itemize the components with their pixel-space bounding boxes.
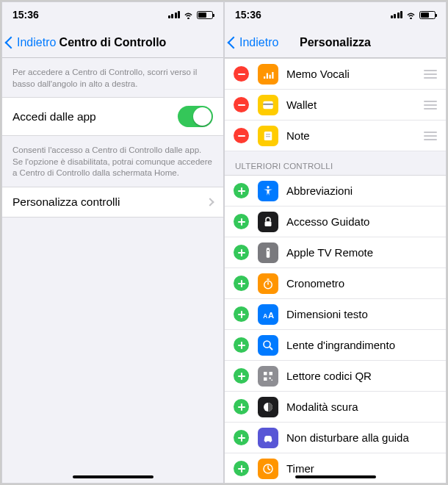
reorder-grip[interactable] <box>422 101 438 109</box>
included-controls-list: Memo VocaliWalletNote <box>225 58 446 151</box>
qr-icon <box>258 366 278 387</box>
control-item: Timer <box>225 453 446 483</box>
control-label: Note <box>286 129 422 142</box>
control-item: Accesso Guidato <box>225 206 446 237</box>
home-indicator[interactable] <box>73 475 153 478</box>
control-label: Dimensioni testo <box>286 308 438 320</box>
battery-icon <box>197 11 213 19</box>
svg-point-12 <box>267 250 269 251</box>
svg-rect-5 <box>263 103 273 104</box>
magnifier-icon <box>258 335 278 356</box>
svg-rect-20 <box>264 372 267 376</box>
control-label: Abbreviazioni <box>286 184 438 197</box>
back-label: Indietro <box>239 36 278 49</box>
phone-personalize: 15:36 Indietro Personalizza Memo VocaliW… <box>224 1 447 484</box>
status-bar: 15:36 <box>2 2 223 27</box>
control-item: Note <box>225 121 446 151</box>
control-label: Lente d'ingrandimento <box>286 339 438 351</box>
add-button[interactable] <box>234 399 249 414</box>
access-from-apps-row[interactable]: Accedi dalle app <box>2 97 223 136</box>
voice-icon <box>258 64 278 85</box>
control-item: Wallet <box>225 90 446 121</box>
svg-rect-3 <box>272 72 273 79</box>
control-item: AADimensioni testo <box>225 299 446 330</box>
control-label: Wallet <box>286 98 422 111</box>
add-button[interactable] <box>234 461 249 476</box>
control-item: Abbreviazioni <box>225 176 446 206</box>
svg-rect-22 <box>264 377 267 381</box>
customize-label: Personalizza controlli <box>12 195 120 209</box>
add-button[interactable] <box>234 245 249 260</box>
add-button[interactable] <box>234 368 249 384</box>
status-bar: 15:36 <box>225 2 446 27</box>
back-label: Indietro <box>17 36 56 49</box>
svg-rect-0 <box>264 76 265 79</box>
lock-icon <box>258 212 278 232</box>
stopwatch-icon <box>258 273 278 294</box>
wifi-icon <box>405 11 416 19</box>
control-item: Lente d'ingrandimento <box>225 330 446 361</box>
svg-text:A: A <box>268 310 274 319</box>
remove-button[interactable] <box>234 66 249 82</box>
control-item: Modalità scura <box>225 392 446 423</box>
control-item: Lettore codici QR <box>225 361 446 392</box>
add-button[interactable] <box>234 276 249 291</box>
svg-rect-23 <box>270 377 271 378</box>
phone-control-center: 15:36 Indietro Centro di Controllo Per a… <box>1 1 224 484</box>
battery-icon <box>419 11 436 19</box>
nav-bar: Indietro Centro di Controllo <box>2 27 223 58</box>
content[interactable]: Memo VocaliWalletNote ULTERIORI CONTROLL… <box>225 58 446 483</box>
control-item: Cronometro <box>225 268 446 299</box>
svg-point-9 <box>267 186 269 188</box>
cellular-icon <box>168 11 181 18</box>
reorder-grip[interactable] <box>422 70 438 79</box>
control-label: Cronometro <box>286 277 438 290</box>
svg-rect-2 <box>270 74 271 78</box>
back-button[interactable]: Indietro <box>2 36 56 49</box>
nav-bar: Indietro Personalizza <box>225 27 446 58</box>
chevron-left-icon <box>5 36 18 48</box>
timer-icon <box>258 459 278 479</box>
svg-rect-10 <box>265 221 272 226</box>
access-from-apps-toggle[interactable] <box>178 106 213 127</box>
chevron-right-icon <box>206 198 214 206</box>
more-controls-header: ULTERIORI CONTROLLI <box>225 151 446 175</box>
control-item: Apple TV Remote <box>225 237 446 268</box>
status-time: 15:36 <box>235 9 279 21</box>
textsize-icon: AA <box>258 304 278 325</box>
add-button[interactable] <box>234 306 249 322</box>
cellular-icon <box>391 11 403 18</box>
svg-point-18 <box>264 341 270 348</box>
page-title: Personalizza <box>300 36 371 49</box>
wifi-icon <box>183 11 194 19</box>
remove-button[interactable] <box>234 128 249 143</box>
back-button[interactable]: Indietro <box>225 36 278 49</box>
control-label: Lettore codici QR <box>286 370 438 382</box>
svg-point-27 <box>270 440 271 442</box>
toggle-label: Accedi dalle app <box>12 110 96 123</box>
control-label: Modalità scura <box>286 400 438 413</box>
control-item: Memo Vocali <box>225 59 446 90</box>
control-label: Non disturbare alla guida <box>286 431 438 444</box>
toggle-description: Consenti l'accesso a Centro di Controllo… <box>2 136 223 187</box>
svg-line-19 <box>270 347 272 350</box>
remove-button[interactable] <box>234 97 249 112</box>
car-icon <box>258 428 278 448</box>
status-time: 15:36 <box>12 9 57 21</box>
intro-text: Per accedere a Centro di Controllo, scor… <box>2 58 223 97</box>
status-indicators <box>391 11 436 19</box>
control-item: Non disturbare alla guida <box>225 423 446 453</box>
home-indicator[interactable] <box>295 475 376 478</box>
svg-rect-24 <box>272 379 273 381</box>
svg-rect-15 <box>267 279 270 280</box>
control-label: Timer <box>286 462 438 475</box>
status-indicators <box>168 11 214 19</box>
add-button[interactable] <box>234 337 249 353</box>
reorder-grip[interactable] <box>422 132 438 140</box>
add-button[interactable] <box>234 183 249 198</box>
add-button[interactable] <box>234 214 249 229</box>
customize-controls-row[interactable]: Personalizza controlli <box>2 187 223 218</box>
svg-rect-1 <box>267 73 268 79</box>
add-button[interactable] <box>234 430 249 445</box>
dark-icon <box>258 397 278 417</box>
